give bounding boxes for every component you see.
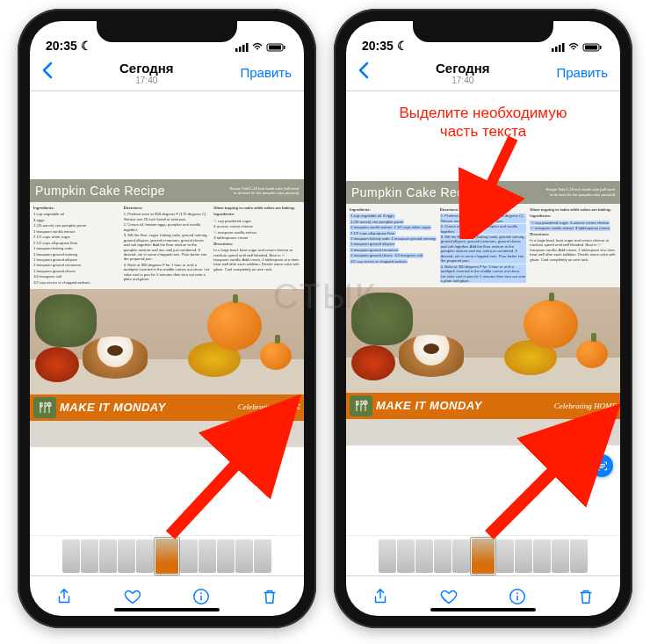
banner-home: Celebrating HOME xyxy=(554,402,617,412)
directions-list: 1. Preheat oven to 350 degrees F (175 de… xyxy=(124,212,211,281)
glaze-directions-heading: Directions: xyxy=(213,242,300,246)
phone-left: 20:35 ☾ Сегодня 17:40 xyxy=(18,9,316,628)
utensils-icon xyxy=(350,395,372,416)
ingredients-heading: Ingredients: xyxy=(33,206,120,210)
thumbnail[interactable] xyxy=(136,539,154,573)
delete-button[interactable] xyxy=(260,587,279,606)
status-icons xyxy=(235,42,288,53)
thumbnail[interactable] xyxy=(452,539,470,573)
phone-right: 20:35 ☾ Сегодня 17:40 xyxy=(334,9,632,628)
glaze-ingredients-heading: Ingredients: xyxy=(530,213,617,218)
thumbnail[interactable] xyxy=(217,539,235,573)
banner: MAKE IT MONDAY Celebrating HOME xyxy=(346,393,620,419)
thumbnail-active[interactable] xyxy=(155,538,179,575)
home-indicator[interactable] xyxy=(430,608,536,611)
svg-rect-9 xyxy=(552,48,554,52)
thumbnail[interactable] xyxy=(533,539,551,573)
glaze-ingredients-heading: Ingredients: xyxy=(213,212,300,216)
svg-rect-11 xyxy=(559,45,561,52)
thumbnail[interactable] xyxy=(415,539,433,573)
thumbnail[interactable] xyxy=(235,539,253,573)
thumbnail[interactable] xyxy=(570,539,588,573)
share-button[interactable] xyxy=(371,587,390,606)
back-button[interactable] xyxy=(355,62,372,84)
back-button[interactable] xyxy=(39,62,56,84)
photo-viewer[interactable]: Pumpkin Cake Recipe Recipe Yield 1-10 in… xyxy=(30,91,304,535)
delete-button[interactable] xyxy=(576,587,596,606)
ingredients-list-selected[interactable]: 1 cup vegetable oil3 eggs1 (15 ounce) ca… xyxy=(350,213,437,264)
banner-text: MAKE IT MONDAY xyxy=(60,401,235,416)
svg-rect-2 xyxy=(242,45,245,52)
glaze-heading: Glaze topping to make while cakes are ba… xyxy=(213,206,300,210)
recipe-yield: Recipe Yield 1-10 inch bundt cake (will … xyxy=(228,186,299,195)
thumbnail[interactable] xyxy=(515,539,532,573)
favorite-button[interactable] xyxy=(123,587,142,606)
ingredients-list: 1 cup vegetable oil3 eggs1 (15 ounce) ca… xyxy=(33,212,120,285)
svg-rect-3 xyxy=(246,43,249,52)
info-button[interactable] xyxy=(191,587,211,606)
thumbnail[interactable] xyxy=(81,539,98,573)
nav-subtitle: 17:40 xyxy=(372,76,553,85)
moon-icon: ☾ xyxy=(81,39,92,53)
directions-heading: Directions: xyxy=(124,206,211,210)
glaze-directions: In a large bowl, beat sugar and cream ch… xyxy=(213,248,300,271)
recipe-photo xyxy=(30,289,304,394)
thumbnail[interactable] xyxy=(254,539,271,573)
annotation-text: Выделите необходимую часть текста xyxy=(367,104,599,141)
live-text-button[interactable] xyxy=(590,454,613,477)
thumbnail-strip[interactable] xyxy=(346,535,620,575)
thumbnail[interactable] xyxy=(397,539,415,573)
photo-viewer[interactable]: Выделите необходимую часть текста Pumpki… xyxy=(346,91,620,535)
svg-rect-6 xyxy=(269,46,281,50)
banner-text: MAKE IT MONDAY xyxy=(376,399,551,414)
utensils-icon xyxy=(33,397,56,418)
svg-rect-5 xyxy=(284,46,285,49)
thumbnail-active[interactable] xyxy=(471,538,495,575)
recipe-photo xyxy=(346,287,620,393)
share-button[interactable] xyxy=(54,587,74,606)
edit-button[interactable]: Править xyxy=(237,65,296,80)
svg-point-17 xyxy=(516,592,518,594)
notch xyxy=(97,21,237,42)
navbar: Сегодня 17:40 Править xyxy=(346,54,620,91)
svg-rect-14 xyxy=(600,46,602,49)
thumbnail[interactable] xyxy=(180,539,198,573)
thumbnail[interactable] xyxy=(62,539,80,573)
directions-heading: Directions: xyxy=(440,207,527,212)
favorite-button[interactable] xyxy=(439,587,459,606)
home-indicator[interactable] xyxy=(114,608,220,611)
live-text-icon xyxy=(596,459,609,473)
recipe-card: Pumpkin Cake Recipe Recipe Yield 1-10 in… xyxy=(30,179,304,448)
banner-home: Celebrating HOME xyxy=(238,402,300,413)
banner: MAKE IT MONDAY Celebrating HOME xyxy=(30,394,304,421)
nav-subtitle: 17:40 xyxy=(56,76,237,85)
edit-button[interactable]: Править xyxy=(553,65,612,80)
moon-icon: ☾ xyxy=(397,39,408,53)
status-icons xyxy=(552,42,604,53)
thumbnail[interactable] xyxy=(496,539,514,573)
recipe-title: Pumpkin Cake Recipe xyxy=(351,185,481,200)
svg-rect-0 xyxy=(235,48,238,52)
svg-rect-15 xyxy=(585,46,597,50)
glaze-ingredients-list: ½ cup powdered sugar4 ounces cream chees… xyxy=(213,219,300,241)
thumbnail[interactable] xyxy=(199,539,216,573)
thumbnail[interactable] xyxy=(552,539,569,573)
recipe-card: Pumpkin Cake Recipe Recipe Yield 1-10 in… xyxy=(346,181,620,446)
nav-title: Сегодня xyxy=(56,61,237,76)
status-time: 20:35 xyxy=(362,39,394,53)
thumbnail[interactable] xyxy=(99,539,117,573)
status-time: 20:35 xyxy=(46,39,77,53)
ingredients-heading: Ingredients: xyxy=(350,207,437,212)
thumbnail-strip[interactable] xyxy=(30,535,304,575)
glaze-directions[interactable]: In a large bowl, beat sugar and cream ch… xyxy=(530,238,617,262)
thumbnail[interactable] xyxy=(118,539,135,573)
glaze-ingredients-list[interactable]: ½ cup powdered sugar4 ounces cream chees… xyxy=(530,221,617,232)
thumbnail[interactable] xyxy=(434,539,451,573)
svg-rect-10 xyxy=(555,47,558,52)
notch xyxy=(413,21,553,42)
thumbnail[interactable] xyxy=(379,539,396,573)
directions-list-selected[interactable]: 1. Preheat oven to 350 degrees F (175 de… xyxy=(440,213,527,284)
info-button[interactable] xyxy=(508,587,527,606)
glaze-directions-heading: Directions: xyxy=(530,232,617,236)
svg-rect-12 xyxy=(562,43,565,52)
